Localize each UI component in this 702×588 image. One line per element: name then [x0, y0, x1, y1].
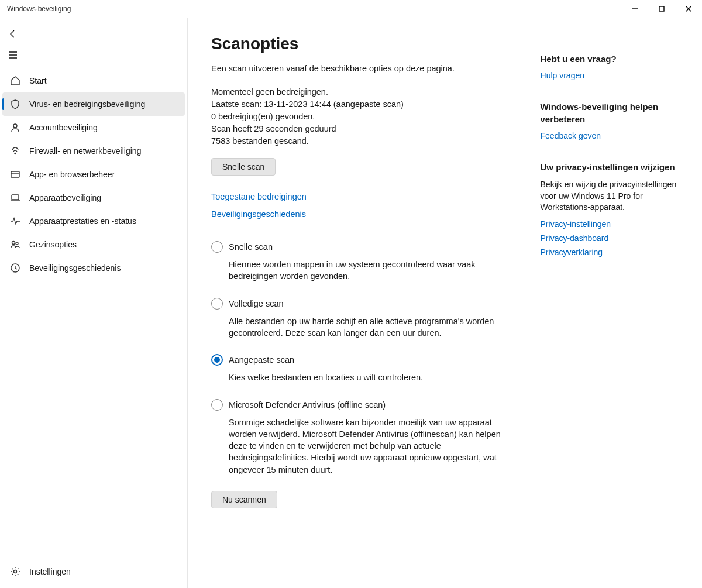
quick-scan-button[interactable]: Snelle scan: [211, 158, 276, 176]
history-icon: [9, 262, 21, 274]
sidebar-item-label: App- en browserbeheer: [29, 170, 115, 179]
sidebar-item-account[interactable]: Accountbeveiliging: [2, 116, 185, 139]
aside-section-improve: Windows-beveiliging helpen verbeteren Fe…: [541, 101, 679, 140]
aside-heading: Windows-beveiliging helpen verbeteren: [541, 101, 679, 125]
scan-options-group: Snelle scan Hiermee worden mappen in uw …: [211, 241, 505, 476]
app-icon: [9, 169, 21, 180]
sidebar-item-history[interactable]: Beveiligingsgeschiedenis: [2, 256, 185, 280]
wifi-icon: [9, 145, 21, 157]
radio-desc: Hiermee worden mappen in uw systeem geco…: [229, 259, 505, 283]
radio-desc: Alle bestanden op uw harde schijf en all…: [229, 315, 505, 339]
close-icon: [686, 6, 691, 12]
radio-icon: [211, 399, 223, 411]
page-title: Scanopties: [211, 35, 505, 53]
status-block: Momenteel geen bedreigingen. Laatste sca…: [211, 86, 505, 147]
svg-rect-1: [659, 6, 664, 11]
radio-option-custom[interactable]: Aangepaste scan Kies welke bestanden en …: [211, 354, 505, 383]
gear-icon: [9, 566, 21, 577]
sidebar-item-start[interactable]: Start: [2, 69, 185, 92]
titlebar: Windows-beveiliging: [0, 0, 702, 18]
aside-section-privacy: Uw privacy-instellingen wijzigen Bekijk …: [541, 161, 679, 257]
person-icon: [9, 122, 21, 133]
radio-icon: [211, 298, 223, 310]
hamburger-button[interactable]: [1, 44, 25, 66]
window-controls: [621, 0, 702, 18]
sidebar-item-device-security[interactable]: Apparaatbeveiliging: [2, 186, 185, 209]
window-title: Windows-beveiliging: [7, 5, 71, 13]
sidebar-item-settings[interactable]: Instellingen: [2, 560, 185, 583]
sidebar: Start Virus- en bedreigingsbeveiliging A…: [0, 18, 187, 588]
radio-icon: [211, 241, 223, 253]
status-line: Momenteel geen bedreigingen.: [211, 86, 505, 98]
nav-list: Start Virus- en bedreigingsbeveiliging A…: [0, 69, 187, 560]
svg-point-14: [16, 242, 18, 245]
minimize-icon: [632, 6, 638, 12]
sidebar-item-label: Beveiligingsgeschiedenis: [29, 263, 121, 273]
sidebar-item-label: Gezinsopties: [29, 240, 77, 249]
main-content: Scanopties Een scan uitvoeren vanaf de b…: [187, 18, 702, 588]
radio-label: Microsoft Defender Antivirus (offline sc…: [229, 400, 386, 410]
privacy-dashboard-link[interactable]: Privacy-dashboard: [541, 233, 679, 243]
svg-point-13: [12, 242, 15, 245]
laptop-icon: [9, 192, 21, 204]
home-icon: [9, 75, 21, 87]
aside-section-question: Hebt u een vraag? Hulp vragen: [541, 53, 679, 80]
help-link[interactable]: Hulp vragen: [541, 71, 679, 80]
radio-desc: Sommige schadelijke software kan bijzond…: [229, 417, 505, 476]
status-line: Scan heeft 29 seconden geduurd: [211, 123, 505, 135]
radio-icon-selected: [211, 354, 223, 366]
feedback-link[interactable]: Feedback geven: [541, 131, 679, 140]
svg-rect-11: [12, 195, 19, 200]
sidebar-item-app-browser[interactable]: App- en browserbeheer: [2, 163, 185, 186]
security-history-link[interactable]: Beveiligingsgeschiedenis: [211, 209, 505, 219]
radio-label: Snelle scan: [229, 242, 273, 252]
svg-point-8: [15, 153, 16, 154]
svg-rect-9: [11, 171, 19, 177]
privacy-settings-link[interactable]: Privacy-instellingen: [541, 219, 679, 229]
arrow-left-icon: [8, 29, 18, 39]
privacy-statement-link[interactable]: Privacyverklaring: [541, 247, 679, 257]
radio-option-quick[interactable]: Snelle scan Hiermee worden mappen in uw …: [211, 241, 505, 283]
back-button[interactable]: [1, 23, 25, 44]
sidebar-item-label: Firewall- en netwerkbeveiliging: [29, 146, 141, 156]
status-line: Laatste scan: 13-11-2023 14:44 (aangepas…: [211, 98, 505, 111]
sidebar-item-label: Apparaatbeveiliging: [29, 193, 101, 202]
sidebar-item-label: Start: [29, 76, 47, 85]
sidebar-item-label: Instellingen: [29, 567, 71, 576]
sidebar-item-performance[interactable]: Apparaatprestaties en -status: [2, 209, 185, 233]
sidebar-item-label: Apparaatprestaties en -status: [29, 216, 136, 226]
maximize-button[interactable]: [648, 0, 675, 18]
sidebar-item-family[interactable]: Gezinsopties: [2, 233, 185, 256]
aside-heading: Uw privacy-instellingen wijzigen: [541, 161, 679, 173]
radio-label: Aangepaste scan: [229, 355, 294, 365]
heartbeat-icon: [9, 215, 21, 227]
radio-desc: Kies welke bestanden en locaties u wilt …: [229, 372, 505, 383]
shield-icon: [9, 98, 21, 110]
aside-heading: Hebt u een vraag?: [541, 53, 679, 65]
svg-point-7: [13, 124, 17, 128]
maximize-icon: [659, 6, 665, 12]
radio-label: Volledige scan: [229, 299, 284, 308]
scan-now-button[interactable]: Nu scannen: [211, 491, 277, 508]
sidebar-item-label: Virus- en bedreigingsbeveiliging: [29, 99, 145, 109]
aside-panel: Hebt u een vraag? Hulp vragen Windows-be…: [541, 35, 679, 565]
radio-option-offline[interactable]: Microsoft Defender Antivirus (offline sc…: [211, 399, 505, 476]
svg-point-16: [14, 570, 17, 573]
sidebar-item-label: Accountbeveiliging: [29, 123, 98, 132]
sidebar-item-firewall[interactable]: Firewall- en netwerkbeveiliging: [2, 139, 185, 163]
page-subtitle: Een scan uitvoeren vanaf de beschikbare …: [211, 64, 505, 73]
status-line: 7583 bestanden gescand.: [211, 135, 505, 147]
close-button[interactable]: [675, 0, 702, 18]
minimize-button[interactable]: [621, 0, 648, 18]
people-icon: [9, 239, 21, 250]
hamburger-icon: [8, 50, 18, 60]
allowed-threats-link[interactable]: Toegestane bedreigingen: [211, 192, 505, 201]
status-line: 0 bedreiging(en) gevonden.: [211, 111, 505, 123]
aside-text: Bekijk en wijzig de privacyinstellingen …: [541, 179, 679, 214]
radio-option-full[interactable]: Volledige scan Alle bestanden op uw hard…: [211, 298, 505, 339]
sidebar-item-virus[interactable]: Virus- en bedreigingsbeveiliging: [2, 92, 185, 116]
